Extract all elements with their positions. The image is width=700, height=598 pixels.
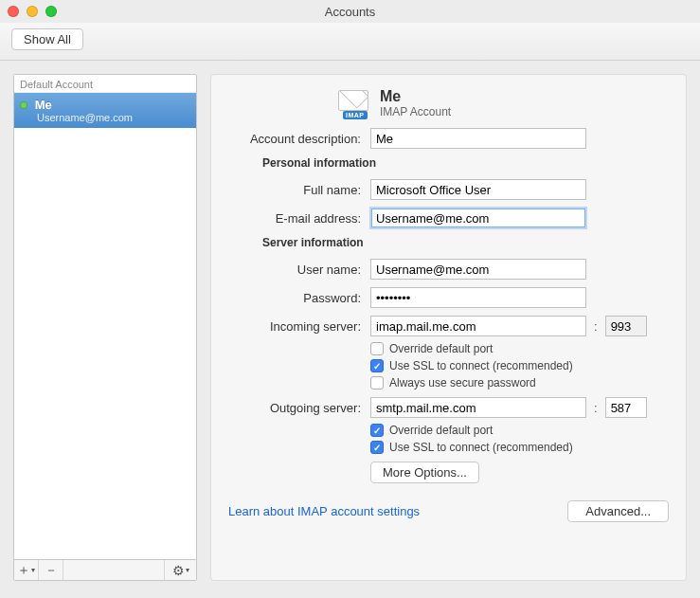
gear-icon: ⚙ [172,563,185,578]
account-actions-button[interactable]: ⚙▾ [164,560,196,580]
sidebar-account-row[interactable]: Me Username@me.com [14,93,196,128]
account-heading-type: IMAP Account [380,105,451,118]
incoming-secure-password-label: Always use secure password [389,376,536,390]
section-server: Server information [262,236,669,249]
sidebar-section-header: Default Account [14,75,196,93]
imap-badge: IMAP [343,111,368,119]
toolbar: Show All [0,23,700,61]
password-field[interactable] [370,287,586,308]
label-password: Password: [228,291,370,305]
incoming-override-port-label: Override default port [389,342,493,355]
port-separator: : [586,401,605,415]
account-detail-panel: IMAP Me IMAP Account Account description… [210,74,687,581]
show-all-button[interactable]: Show All [11,28,83,50]
port-separator: : [586,319,605,334]
add-account-button[interactable]: ＋▾ [14,560,39,580]
sidebar-account-name: Me [35,98,52,112]
account-heading-name: Me [380,88,451,105]
chevron-down-icon: ▾ [31,566,35,574]
email-field[interactable] [370,208,586,228]
chevron-down-icon: ▾ [186,566,189,574]
username-field[interactable] [370,259,586,280]
incoming-secure-password-checkbox[interactable] [370,376,384,390]
outgoing-port-field[interactable] [605,397,647,418]
outgoing-ssl-label: Use SSL to connect (recommended) [389,441,573,454]
outgoing-server-field[interactable] [370,397,586,418]
full-name-field[interactable] [370,179,586,200]
label-outgoing: Outgoing server: [228,401,370,415]
remove-account-button[interactable]: － [39,560,63,580]
label-fullname: Full name: [228,183,370,197]
titlebar: Accounts [0,0,700,23]
section-personal: Personal information [262,156,669,170]
incoming-server-field[interactable] [370,316,586,336]
label-email: E-mail address: [228,211,370,226]
account-description-field[interactable] [370,128,586,149]
outgoing-override-port-label: Override default port [389,424,493,437]
label-username: User name: [228,263,370,277]
sidebar-account-sub: Username@me.com [20,112,190,123]
incoming-override-port-checkbox[interactable] [370,342,384,355]
advanced-button[interactable]: Advanced... [567,500,669,522]
incoming-ssl-checkbox[interactable] [370,359,384,372]
learn-imap-link[interactable]: Learn about IMAP account settings [228,504,420,518]
sidebar-footer: ＋▾ － ⚙▾ [14,559,196,580]
outgoing-override-port-checkbox[interactable] [370,424,384,437]
mail-icon: IMAP [338,90,370,117]
status-dot-icon [20,101,27,109]
outgoing-ssl-checkbox[interactable] [370,441,384,454]
label-description: Account description: [228,132,370,146]
window-title: Accounts [0,5,700,19]
account-sidebar: Default Account Me Username@me.com ＋▾ － … [13,74,197,581]
incoming-ssl-label: Use SSL to connect (recommended) [389,359,573,372]
label-incoming: Incoming server: [228,319,370,334]
incoming-port-field[interactable] [605,316,647,336]
more-options-button[interactable]: More Options... [370,462,479,483]
